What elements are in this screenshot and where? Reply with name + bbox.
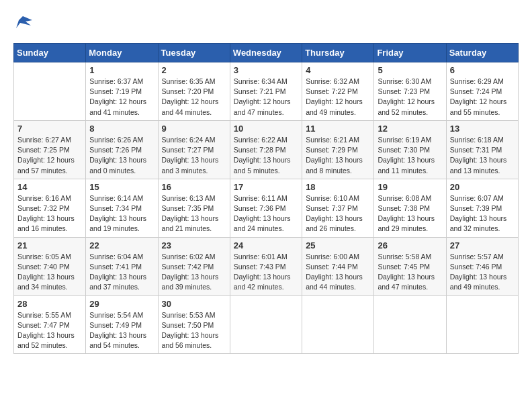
calendar-day-cell (14, 62, 86, 121)
calendar-day-cell: 13Sunrise: 6:18 AM Sunset: 7:31 PM Dayli… (446, 120, 518, 179)
calendar-day-cell: 27Sunrise: 5:57 AM Sunset: 7:46 PM Dayli… (446, 237, 518, 295)
logo (13, 13, 35, 32)
day-info: Sunrise: 6:24 AM Sunset: 7:27 PM Dayligh… (162, 135, 226, 176)
day-info: Sunrise: 6:01 AM Sunset: 7:43 PM Dayligh… (234, 252, 298, 293)
day-info: Sunrise: 6:00 AM Sunset: 7:44 PM Dayligh… (306, 252, 370, 293)
page-header (13, 13, 519, 32)
calendar-day-cell: 4Sunrise: 6:32 AM Sunset: 7:22 PM Daylig… (302, 62, 374, 121)
calendar-day-cell (446, 295, 518, 354)
calendar-header: SundayMondayTuesdayWednesdayThursdayFrid… (14, 44, 519, 62)
calendar-day-cell: 14Sunrise: 6:16 AM Sunset: 7:32 PM Dayli… (14, 179, 86, 237)
calendar-day-cell: 1Sunrise: 6:37 AM Sunset: 7:19 PM Daylig… (86, 62, 158, 121)
weekday-header: Monday (86, 44, 158, 62)
calendar-day-cell: 19Sunrise: 6:08 AM Sunset: 7:38 PM Dayli… (374, 179, 446, 237)
calendar-week-row: 28Sunrise: 5:55 AM Sunset: 7:47 PM Dayli… (14, 295, 519, 354)
calendar-day-cell: 6Sunrise: 6:29 AM Sunset: 7:24 PM Daylig… (446, 62, 518, 121)
day-info: Sunrise: 6:34 AM Sunset: 7:21 PM Dayligh… (234, 77, 298, 118)
calendar-day-cell (302, 295, 374, 354)
calendar-day-cell: 2Sunrise: 6:35 AM Sunset: 7:20 PM Daylig… (158, 62, 230, 121)
day-info: Sunrise: 6:14 AM Sunset: 7:34 PM Dayligh… (89, 193, 154, 234)
day-info: Sunrise: 5:53 AM Sunset: 7:50 PM Dayligh… (162, 310, 226, 351)
day-number: 21 (17, 240, 82, 250)
day-number: 24 (234, 240, 298, 250)
calendar-day-cell: 18Sunrise: 6:10 AM Sunset: 7:37 PM Dayli… (302, 179, 374, 237)
weekday-header: Friday (374, 44, 446, 62)
day-number: 18 (306, 182, 370, 192)
day-info: Sunrise: 6:16 AM Sunset: 7:32 PM Dayligh… (17, 193, 82, 234)
day-number: 5 (378, 65, 442, 75)
calendar-day-cell: 8Sunrise: 6:26 AM Sunset: 7:26 PM Daylig… (86, 120, 158, 179)
day-info: Sunrise: 5:58 AM Sunset: 7:45 PM Dayligh… (378, 252, 442, 293)
calendar-day-cell: 9Sunrise: 6:24 AM Sunset: 7:27 PM Daylig… (158, 120, 230, 179)
calendar-week-row: 1Sunrise: 6:37 AM Sunset: 7:19 PM Daylig… (14, 62, 519, 121)
calendar-day-cell: 11Sunrise: 6:21 AM Sunset: 7:29 PM Dayli… (302, 120, 374, 179)
calendar-day-cell (374, 295, 446, 354)
day-info: Sunrise: 5:57 AM Sunset: 7:46 PM Dayligh… (450, 252, 515, 293)
weekday-header: Tuesday (158, 44, 230, 62)
calendar-day-cell: 23Sunrise: 6:02 AM Sunset: 7:42 PM Dayli… (158, 237, 230, 295)
day-info: Sunrise: 6:37 AM Sunset: 7:19 PM Dayligh… (89, 77, 154, 118)
calendar-day-cell (230, 295, 302, 354)
calendar-day-cell: 29Sunrise: 5:54 AM Sunset: 7:49 PM Dayli… (86, 295, 158, 354)
calendar-week-row: 7Sunrise: 6:27 AM Sunset: 7:25 PM Daylig… (14, 120, 519, 179)
day-info: Sunrise: 6:07 AM Sunset: 7:39 PM Dayligh… (450, 193, 515, 234)
day-number: 14 (17, 182, 82, 192)
day-number: 8 (89, 124, 154, 134)
weekday-header: Wednesday (230, 44, 302, 62)
day-number: 20 (450, 182, 515, 192)
weekday-header: Sunday (14, 44, 86, 62)
day-number: 23 (162, 240, 226, 250)
day-info: Sunrise: 6:11 AM Sunset: 7:36 PM Dayligh… (234, 193, 298, 234)
day-number: 3 (234, 65, 298, 75)
day-number: 13 (450, 124, 515, 134)
day-info: Sunrise: 6:26 AM Sunset: 7:26 PM Dayligh… (89, 135, 154, 176)
day-number: 26 (378, 240, 442, 250)
svg-marker-0 (16, 16, 32, 28)
calendar-day-cell: 25Sunrise: 6:00 AM Sunset: 7:44 PM Dayli… (302, 237, 374, 295)
day-number: 22 (89, 240, 154, 250)
day-info: Sunrise: 6:19 AM Sunset: 7:30 PM Dayligh… (378, 135, 442, 176)
calendar-day-cell: 7Sunrise: 6:27 AM Sunset: 7:25 PM Daylig… (14, 120, 86, 179)
day-info: Sunrise: 6:13 AM Sunset: 7:35 PM Dayligh… (162, 193, 226, 234)
day-number: 25 (306, 240, 370, 250)
day-info: Sunrise: 5:54 AM Sunset: 7:49 PM Dayligh… (89, 310, 154, 351)
day-info: Sunrise: 6:02 AM Sunset: 7:42 PM Dayligh… (162, 252, 226, 293)
day-number: 1 (89, 65, 154, 75)
day-info: Sunrise: 6:05 AM Sunset: 7:40 PM Dayligh… (17, 252, 82, 293)
calendar-week-row: 14Sunrise: 6:16 AM Sunset: 7:32 PM Dayli… (14, 179, 519, 237)
day-info: Sunrise: 6:32 AM Sunset: 7:22 PM Dayligh… (306, 77, 370, 118)
day-number: 15 (89, 182, 154, 192)
day-number: 7 (17, 124, 82, 134)
calendar-day-cell: 22Sunrise: 6:04 AM Sunset: 7:41 PM Dayli… (86, 237, 158, 295)
calendar-day-cell: 28Sunrise: 5:55 AM Sunset: 7:47 PM Dayli… (14, 295, 86, 354)
weekday-header: Saturday (446, 44, 518, 62)
calendar-day-cell: 20Sunrise: 6:07 AM Sunset: 7:39 PM Dayli… (446, 179, 518, 237)
day-info: Sunrise: 6:10 AM Sunset: 7:37 PM Dayligh… (306, 193, 370, 234)
calendar-day-cell: 24Sunrise: 6:01 AM Sunset: 7:43 PM Dayli… (230, 237, 302, 295)
day-number: 11 (306, 124, 370, 134)
day-info: Sunrise: 6:29 AM Sunset: 7:24 PM Dayligh… (450, 77, 515, 118)
day-number: 17 (234, 182, 298, 192)
calendar-day-cell: 3Sunrise: 6:34 AM Sunset: 7:21 PM Daylig… (230, 62, 302, 121)
day-info: Sunrise: 6:04 AM Sunset: 7:41 PM Dayligh… (89, 252, 154, 293)
calendar-week-row: 21Sunrise: 6:05 AM Sunset: 7:40 PM Dayli… (14, 237, 519, 295)
day-number: 16 (162, 182, 226, 192)
day-number: 12 (378, 124, 442, 134)
day-info: Sunrise: 6:18 AM Sunset: 7:31 PM Dayligh… (450, 135, 515, 176)
day-number: 19 (378, 182, 442, 192)
day-info: Sunrise: 6:22 AM Sunset: 7:28 PM Dayligh… (234, 135, 298, 176)
calendar-day-cell: 16Sunrise: 6:13 AM Sunset: 7:35 PM Dayli… (158, 179, 230, 237)
day-number: 4 (306, 65, 370, 75)
day-info: Sunrise: 6:35 AM Sunset: 7:20 PM Dayligh… (162, 77, 226, 118)
calendar-day-cell: 10Sunrise: 6:22 AM Sunset: 7:28 PM Dayli… (230, 120, 302, 179)
calendar-day-cell: 21Sunrise: 6:05 AM Sunset: 7:40 PM Dayli… (14, 237, 86, 295)
calendar-day-cell: 26Sunrise: 5:58 AM Sunset: 7:45 PM Dayli… (374, 237, 446, 295)
calendar-table: SundayMondayTuesdayWednesdayThursdayFrid… (13, 43, 519, 354)
day-number: 30 (162, 299, 226, 309)
calendar-day-cell: 12Sunrise: 6:19 AM Sunset: 7:30 PM Dayli… (374, 120, 446, 179)
day-info: Sunrise: 6:27 AM Sunset: 7:25 PM Dayligh… (17, 135, 82, 176)
logo-bird-icon (13, 13, 32, 32)
calendar-day-cell: 17Sunrise: 6:11 AM Sunset: 7:36 PM Dayli… (230, 179, 302, 237)
weekday-header: Thursday (302, 44, 374, 62)
day-number: 29 (89, 299, 154, 309)
